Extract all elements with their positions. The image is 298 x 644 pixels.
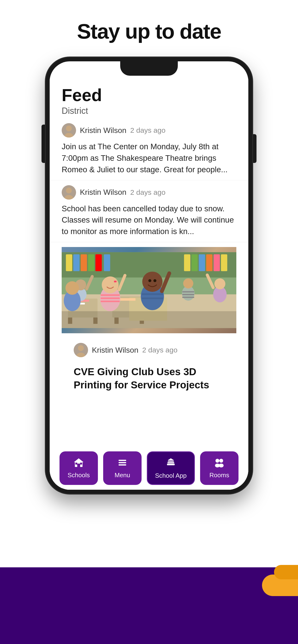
yellow-accent-2 bbox=[274, 565, 298, 579]
svg-rect-54 bbox=[114, 280, 117, 282]
svg-rect-58 bbox=[62, 311, 236, 328]
screen-content: Feed District Kristin Wilson bbox=[50, 78, 248, 490]
svg-point-44 bbox=[148, 279, 151, 282]
svg-rect-66 bbox=[80, 463, 82, 464]
nav-menu-label: Menu bbox=[114, 472, 130, 479]
svg-rect-72 bbox=[168, 460, 174, 462]
svg-point-76 bbox=[219, 459, 223, 463]
feed-item-2: Kristin Wilson 2 days ago School has bee… bbox=[50, 180, 248, 242]
feed-item-3-meta-row: Kristin Wilson 2 days ago bbox=[74, 343, 224, 357]
svg-rect-11 bbox=[88, 254, 94, 271]
svg-rect-51 bbox=[101, 294, 120, 296]
nav-school-app-label: School App bbox=[155, 472, 187, 480]
svg-point-35 bbox=[183, 278, 193, 288]
phone-screen: Feed District Kristin Wilson bbox=[50, 61, 248, 490]
feed-header: Feed District bbox=[50, 78, 248, 118]
avatar-3 bbox=[74, 343, 88, 357]
svg-rect-68 bbox=[118, 462, 126, 463]
svg-rect-37 bbox=[182, 294, 194, 295]
svg-point-60 bbox=[78, 345, 84, 351]
feed-item-1: Kristin Wilson 2 days ago Join us at The… bbox=[50, 118, 248, 180]
svg-rect-10 bbox=[81, 254, 87, 271]
svg-rect-9 bbox=[73, 254, 79, 271]
feed-author-1: Kristin Wilson bbox=[80, 126, 126, 135]
feed-text-2: School has been cancelled today due to s… bbox=[62, 203, 236, 238]
svg-point-74 bbox=[215, 459, 219, 463]
feed-text-1: Join us at The Center on Monday, July 8t… bbox=[62, 141, 236, 176]
svg-rect-8 bbox=[66, 254, 72, 271]
svg-rect-38 bbox=[182, 296, 194, 298]
svg-marker-73 bbox=[168, 458, 174, 460]
svg-rect-15 bbox=[192, 254, 198, 271]
svg-point-40 bbox=[215, 278, 226, 290]
avatar-2 bbox=[62, 185, 76, 200]
svg-rect-18 bbox=[214, 254, 220, 271]
svg-point-50 bbox=[102, 276, 118, 293]
svg-rect-65 bbox=[75, 463, 77, 464]
svg-rect-70 bbox=[167, 464, 175, 465]
svg-marker-63 bbox=[74, 458, 83, 462]
feed-title: Feed bbox=[62, 85, 236, 105]
phone-notch bbox=[120, 61, 178, 76]
bg-bottom bbox=[0, 567, 298, 644]
feed-time-2: 2 days ago bbox=[130, 188, 166, 196]
feed-item-3: Kristin Wilson 2 days ago CVE Giving Clu… bbox=[50, 242, 248, 396]
phone-frame: Feed District Kristin Wilson bbox=[46, 58, 252, 494]
svg-rect-12 bbox=[95, 254, 102, 271]
svg-point-77 bbox=[219, 464, 224, 468]
page-title: Stay up to date bbox=[0, 19, 298, 44]
svg-rect-47 bbox=[142, 293, 163, 295]
avatar-1 bbox=[62, 123, 76, 138]
svg-point-1 bbox=[66, 126, 72, 131]
feed-item-2-meta: Kristin Wilson 2 days ago bbox=[62, 185, 236, 200]
news-title: CVE Giving Club Uses 3D Printing for Ser… bbox=[62, 363, 236, 396]
feed-time-3: 2 days ago bbox=[142, 346, 178, 354]
svg-rect-19 bbox=[221, 254, 227, 271]
feed-time-1: 2 days ago bbox=[130, 126, 166, 134]
rooms-icon bbox=[214, 457, 225, 470]
feed-subtitle: District bbox=[62, 106, 236, 116]
menu-icon bbox=[117, 457, 128, 470]
svg-point-4 bbox=[66, 188, 72, 193]
svg-rect-36 bbox=[182, 291, 194, 292]
svg-rect-67 bbox=[118, 460, 126, 461]
nav-rooms-label: Rooms bbox=[209, 472, 229, 479]
school-app-icon bbox=[165, 457, 177, 470]
nav-schools[interactable]: Schools bbox=[60, 452, 98, 485]
svg-rect-71 bbox=[168, 462, 174, 463]
svg-rect-14 bbox=[184, 254, 190, 271]
feed-item-1-meta: Kristin Wilson 2 days ago bbox=[62, 123, 236, 138]
feed-author-2: Kristin Wilson bbox=[80, 188, 126, 197]
svg-rect-48 bbox=[142, 298, 163, 299]
phone-mockup: Feed District Kristin Wilson bbox=[46, 58, 252, 494]
svg-rect-16 bbox=[199, 254, 205, 271]
svg-point-43 bbox=[142, 272, 163, 292]
svg-point-45 bbox=[153, 279, 156, 282]
feed-image bbox=[62, 247, 236, 333]
svg-rect-13 bbox=[104, 254, 110, 271]
bottom-nav: Schools Menu bbox=[50, 446, 248, 490]
svg-rect-17 bbox=[206, 254, 212, 271]
svg-rect-69 bbox=[118, 464, 126, 466]
nav-schools-label: Schools bbox=[68, 472, 90, 479]
svg-rect-52 bbox=[101, 298, 120, 299]
feed-author-3: Kristin Wilson bbox=[92, 346, 138, 354]
feed-item-3-meta: Kristin Wilson 2 days ago bbox=[62, 338, 236, 363]
nav-rooms[interactable]: Rooms bbox=[200, 452, 238, 485]
schools-icon bbox=[73, 457, 84, 470]
svg-rect-53 bbox=[101, 301, 120, 302]
page-header: Stay up to date bbox=[0, 19, 298, 44]
svg-rect-64 bbox=[77, 464, 80, 467]
svg-point-57 bbox=[66, 281, 79, 295]
nav-menu[interactable]: Menu bbox=[103, 452, 141, 485]
nav-school-app[interactable]: School App bbox=[147, 452, 195, 485]
